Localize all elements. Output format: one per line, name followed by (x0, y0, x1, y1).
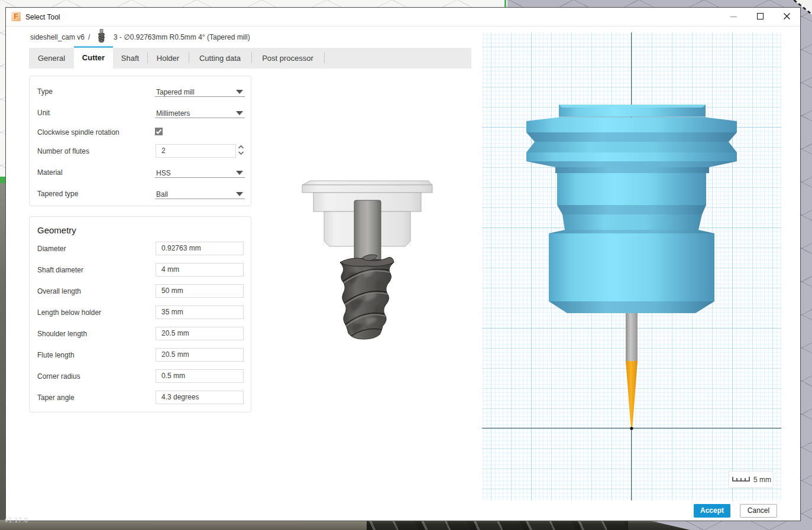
svg-text:5 mm: 5 mm (753, 476, 771, 484)
